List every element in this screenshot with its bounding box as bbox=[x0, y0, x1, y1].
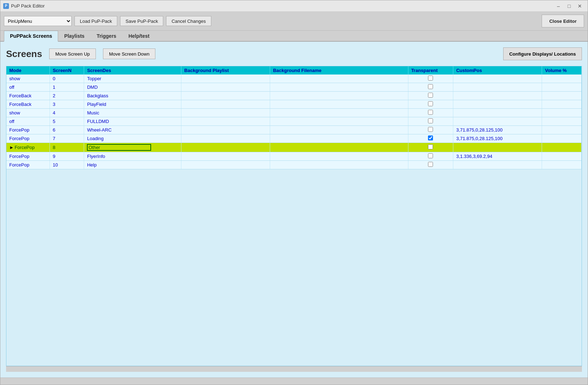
table-row[interactable]: off1DMD bbox=[6, 83, 582, 92]
transparent-checkbox[interactable] bbox=[428, 84, 433, 89]
cell-transparent[interactable] bbox=[408, 152, 453, 161]
cell-custompos bbox=[453, 117, 542, 126]
table-row[interactable]: show4Music bbox=[6, 109, 582, 117]
table-row[interactable]: ForcePop6Wheel-ARC3,71.875,0,28.125,100 bbox=[6, 126, 582, 134]
cell-volume bbox=[542, 92, 582, 100]
move-screen-up-button[interactable]: Move Screen Up bbox=[49, 48, 96, 59]
cell-screen-desc: Wheel-ARC bbox=[84, 126, 181, 134]
transparent-checkbox[interactable] bbox=[428, 118, 433, 123]
app-icon: P bbox=[3, 3, 9, 9]
cell-transparent[interactable] bbox=[408, 75, 453, 83]
table-row[interactable]: ForcePop9FlyerInfo3,1.336,3,69.2,94 bbox=[6, 152, 582, 161]
cell-bg-filename bbox=[270, 152, 408, 161]
cell-transparent[interactable] bbox=[408, 83, 453, 92]
cell-bg-filename bbox=[270, 92, 408, 100]
table-row[interactable]: ForceBack2Backglass bbox=[6, 92, 582, 100]
cell-custompos bbox=[453, 161, 542, 169]
cell-transparent[interactable] bbox=[408, 143, 453, 152]
transparent-checkbox[interactable] bbox=[428, 127, 433, 132]
cell-volume bbox=[542, 109, 582, 117]
cell-mode: off bbox=[6, 117, 50, 126]
cell-screen-desc: Topper bbox=[84, 75, 181, 83]
table-row[interactable]: ►ForcePop8Other bbox=[6, 143, 582, 152]
content-area: Screens Move Screen Up Move Screen Down … bbox=[0, 42, 588, 378]
cell-bg-filename bbox=[270, 117, 408, 126]
cell-bg-filename bbox=[270, 83, 408, 92]
screens-table: Mode ScreenN ScreenDes Background Playli… bbox=[6, 66, 582, 169]
cell-bg-playlist bbox=[181, 92, 270, 100]
screens-header: Screens Move Screen Up Move Screen Down … bbox=[6, 47, 582, 60]
table-row[interactable]: ForcePop7Loading3,71.875,0,28.125,100 bbox=[6, 134, 582, 143]
transparent-checkbox[interactable] bbox=[428, 110, 433, 115]
col-custompos: CustomPos bbox=[453, 66, 542, 75]
cell-mode: ForceBack bbox=[6, 100, 50, 109]
toolbar: PinUpMenu Load PuP-Pack Save PuP-Pack Ca… bbox=[0, 12, 588, 31]
window-title: PuP Pack Editor bbox=[11, 3, 553, 9]
cell-bg-playlist bbox=[181, 83, 270, 92]
cell-bg-playlist bbox=[181, 117, 270, 126]
cancel-changes-button[interactable]: Cancel Changes bbox=[166, 16, 211, 26]
configure-displays-button[interactable]: Configure Displays/ Locations bbox=[503, 47, 582, 60]
cell-volume bbox=[542, 143, 582, 152]
tab-helptest[interactable]: Help/test bbox=[122, 31, 155, 41]
cell-custompos bbox=[453, 143, 542, 152]
screens-title: Screens bbox=[6, 48, 42, 60]
col-screen: ScreenN bbox=[50, 66, 84, 75]
cell-transparent[interactable] bbox=[408, 92, 453, 100]
cell-screen-desc: Help bbox=[84, 161, 181, 169]
close-window-button[interactable]: ✕ bbox=[575, 2, 585, 10]
table-row[interactable]: off5FULLDMD bbox=[6, 117, 582, 126]
cell-screen-desc: DMD bbox=[84, 83, 181, 92]
cell-screen-desc: Music bbox=[84, 109, 181, 117]
pack-dropdown[interactable]: PinUpMenu bbox=[4, 16, 72, 26]
cell-bg-playlist bbox=[181, 134, 270, 143]
cell-transparent[interactable] bbox=[408, 161, 453, 169]
horizontal-scrollbar[interactable] bbox=[6, 366, 582, 372]
cell-custompos bbox=[453, 100, 542, 109]
cell-volume bbox=[542, 100, 582, 109]
save-pack-button[interactable]: Save PuP-Pack bbox=[120, 16, 163, 26]
transparent-checkbox[interactable] bbox=[428, 153, 433, 158]
table-row[interactable]: ForceBack3PlayField bbox=[6, 100, 582, 109]
cell-bg-filename bbox=[270, 100, 408, 109]
cell-screen-number: 6 bbox=[50, 126, 84, 134]
tab-playlists[interactable]: Playlists bbox=[58, 31, 91, 41]
transparent-checkbox[interactable] bbox=[428, 135, 433, 140]
cell-bg-filename bbox=[270, 126, 408, 134]
col-screendesc: ScreenDes bbox=[84, 66, 181, 75]
cell-screen-desc: FULLDMD bbox=[84, 117, 181, 126]
minimize-button[interactable]: – bbox=[553, 2, 563, 10]
cell-volume bbox=[542, 134, 582, 143]
cell-transparent[interactable] bbox=[408, 126, 453, 134]
transparent-checkbox[interactable] bbox=[428, 93, 433, 98]
cell-transparent[interactable] bbox=[408, 117, 453, 126]
close-editor-button[interactable]: Close Editor bbox=[542, 15, 584, 27]
cell-screen-number: 4 bbox=[50, 109, 84, 117]
cell-transparent[interactable] bbox=[408, 109, 453, 117]
transparent-checkbox[interactable] bbox=[428, 76, 433, 81]
cell-bg-filename bbox=[270, 134, 408, 143]
screens-table-container: Mode ScreenN ScreenDes Background Playli… bbox=[6, 66, 582, 366]
table-row[interactable]: show0Topper bbox=[6, 75, 582, 83]
load-pack-button[interactable]: Load PuP-Pack bbox=[74, 16, 117, 26]
cell-custompos bbox=[453, 83, 542, 92]
cell-mode: ►ForcePop bbox=[6, 143, 50, 152]
cell-custompos bbox=[453, 92, 542, 100]
tab-puppack[interactable]: PuPPack Screens bbox=[4, 31, 58, 42]
cell-volume bbox=[542, 83, 582, 92]
tab-triggers[interactable]: Triggers bbox=[91, 31, 122, 41]
cell-screen-desc: Backglass bbox=[84, 92, 181, 100]
transparent-checkbox[interactable] bbox=[428, 162, 433, 167]
cell-transparent[interactable] bbox=[408, 100, 453, 109]
cell-screen-number: 1 bbox=[50, 83, 84, 92]
transparent-checkbox[interactable] bbox=[428, 101, 433, 106]
cell-bg-filename bbox=[270, 109, 408, 117]
move-screen-down-button[interactable]: Move Screen Down bbox=[103, 48, 155, 59]
cell-screen-desc: Loading bbox=[84, 134, 181, 143]
cell-screen-number: 5 bbox=[50, 117, 84, 126]
maximize-button[interactable]: □ bbox=[564, 2, 574, 10]
transparent-checkbox[interactable] bbox=[428, 144, 433, 149]
cell-transparent[interactable] bbox=[408, 134, 453, 143]
cell-custompos: 3,1.336,3,69.2,94 bbox=[453, 152, 542, 161]
table-row[interactable]: ForcePop10Help bbox=[6, 161, 582, 169]
